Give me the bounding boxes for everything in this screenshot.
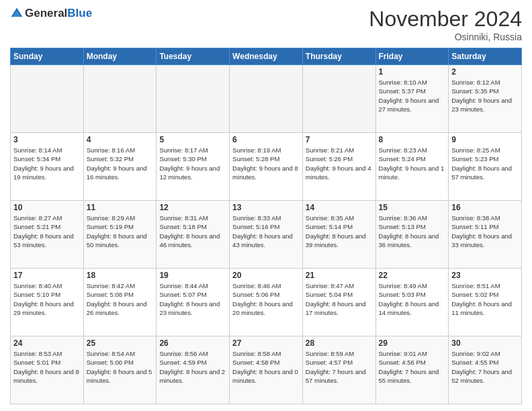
day-info: Sunrise: 8:17 AM Sunset: 5:30 PM Dayligh… — [159, 146, 226, 181]
day-number: 5 — [159, 135, 226, 144]
day-info: Sunrise: 8:21 AM Sunset: 5:26 PM Dayligh… — [306, 146, 373, 181]
logo-icon — [10, 7, 24, 20]
day-number: 15 — [379, 203, 446, 212]
logo: General Blue — [10, 7, 92, 20]
calendar-cell: 14Sunrise: 8:35 AM Sunset: 5:14 PM Dayli… — [302, 201, 375, 269]
month-title: November 2024 — [369, 7, 522, 32]
day-number: 23 — [451, 271, 519, 280]
calendar-cell: 2Sunrise: 8:12 AM Sunset: 5:35 PM Daylig… — [449, 65, 522, 133]
calendar-header: SundayMondayTuesdayWednesdayThursdayFrid… — [11, 48, 522, 65]
calendar-cell: 3Sunrise: 8:14 AM Sunset: 5:34 PM Daylig… — [11, 133, 84, 201]
day-info: Sunrise: 8:42 AM Sunset: 5:08 PM Dayligh… — [87, 281, 154, 317]
day-info: Sunrise: 8:49 AM Sunset: 5:03 PM Dayligh… — [379, 281, 446, 317]
weekday-thursday: Thursday — [302, 48, 375, 65]
weekday-tuesday: Tuesday — [157, 48, 230, 65]
day-info: Sunrise: 8:44 AM Sunset: 5:07 PM Dayligh… — [159, 281, 226, 317]
calendar-cell: 25Sunrise: 8:54 AM Sunset: 5:00 PM Dayli… — [83, 336, 157, 404]
day-number: 22 — [379, 271, 446, 280]
day-info: Sunrise: 8:58 AM Sunset: 4:58 PM Dayligh… — [232, 349, 300, 385]
page: General Blue November 2024 Osinniki, Rus… — [0, 0, 532, 411]
calendar-cell: 21Sunrise: 8:47 AM Sunset: 5:04 PM Dayli… — [302, 269, 375, 336]
day-number: 21 — [306, 271, 373, 280]
week-row-2: 3Sunrise: 8:14 AM Sunset: 5:34 PM Daylig… — [11, 133, 522, 201]
day-info: Sunrise: 8:19 AM Sunset: 5:28 PM Dayligh… — [232, 146, 300, 181]
title-block: November 2024 Osinniki, Russia — [369, 7, 522, 42]
calendar-cell: 20Sunrise: 8:46 AM Sunset: 5:06 PM Dayli… — [230, 269, 303, 336]
day-number: 24 — [13, 338, 81, 348]
weekday-header-row: SundayMondayTuesdayWednesdayThursdayFrid… — [11, 48, 522, 65]
calendar-cell: 10Sunrise: 8:27 AM Sunset: 5:21 PM Dayli… — [11, 201, 84, 269]
day-number: 29 — [379, 338, 446, 348]
calendar-cell — [230, 65, 303, 133]
weekday-monday: Monday — [83, 48, 157, 65]
weekday-wednesday: Wednesday — [230, 48, 303, 65]
day-number: 11 — [87, 203, 154, 212]
day-number: 30 — [451, 338, 519, 348]
day-number: 12 — [159, 203, 226, 212]
day-number: 18 — [87, 271, 154, 280]
day-info: Sunrise: 8:53 AM Sunset: 5:01 PM Dayligh… — [13, 349, 81, 385]
day-number: 9 — [451, 135, 519, 144]
day-number: 27 — [232, 338, 300, 348]
calendar-cell: 29Sunrise: 9:01 AM Sunset: 4:56 PM Dayli… — [375, 336, 449, 404]
calendar-cell: 6Sunrise: 8:19 AM Sunset: 5:28 PM Daylig… — [230, 133, 303, 201]
day-info: Sunrise: 8:25 AM Sunset: 5:23 PM Dayligh… — [451, 146, 519, 181]
logo-general: General — [25, 7, 67, 20]
day-number: 19 — [159, 271, 226, 280]
day-info: Sunrise: 8:23 AM Sunset: 5:24 PM Dayligh… — [379, 146, 446, 181]
calendar-cell: 22Sunrise: 8:49 AM Sunset: 5:03 PM Dayli… — [375, 269, 449, 336]
day-info: Sunrise: 8:47 AM Sunset: 5:04 PM Dayligh… — [306, 281, 373, 317]
calendar-cell — [83, 65, 157, 133]
day-info: Sunrise: 8:12 AM Sunset: 5:35 PM Dayligh… — [451, 78, 519, 113]
day-info: Sunrise: 8:35 AM Sunset: 5:14 PM Dayligh… — [306, 214, 373, 249]
day-number: 25 — [87, 338, 154, 348]
calendar-cell: 24Sunrise: 8:53 AM Sunset: 5:01 PM Dayli… — [11, 336, 84, 404]
calendar-cell: 9Sunrise: 8:25 AM Sunset: 5:23 PM Daylig… — [449, 133, 522, 201]
day-number: 16 — [451, 203, 519, 212]
week-row-1: 1Sunrise: 8:10 AM Sunset: 5:37 PM Daylig… — [11, 65, 522, 133]
calendar-cell: 8Sunrise: 8:23 AM Sunset: 5:24 PM Daylig… — [375, 133, 449, 201]
calendar-cell: 16Sunrise: 8:38 AM Sunset: 5:11 PM Dayli… — [449, 201, 522, 269]
day-number: 17 — [13, 271, 81, 280]
day-info: Sunrise: 9:01 AM Sunset: 4:56 PM Dayligh… — [379, 349, 446, 385]
calendar-cell — [11, 65, 84, 133]
calendar-cell: 18Sunrise: 8:42 AM Sunset: 5:08 PM Dayli… — [83, 269, 157, 336]
day-number: 28 — [306, 338, 373, 348]
day-info: Sunrise: 8:40 AM Sunset: 5:10 PM Dayligh… — [13, 281, 81, 317]
calendar-cell: 23Sunrise: 8:51 AM Sunset: 5:02 PM Dayli… — [449, 269, 522, 336]
day-number: 10 — [13, 203, 81, 212]
day-number: 7 — [306, 135, 373, 144]
calendar-cell: 5Sunrise: 8:17 AM Sunset: 5:30 PM Daylig… — [157, 133, 230, 201]
logo-text: General Blue — [25, 7, 92, 20]
day-number: 20 — [232, 271, 300, 280]
calendar-cell — [302, 65, 375, 133]
calendar-cell: 12Sunrise: 8:31 AM Sunset: 5:18 PM Dayli… — [157, 201, 230, 269]
calendar-cell: 30Sunrise: 9:02 AM Sunset: 4:55 PM Dayli… — [449, 336, 522, 404]
day-info: Sunrise: 8:14 AM Sunset: 5:34 PM Dayligh… — [13, 146, 81, 181]
day-number: 26 — [159, 338, 226, 348]
day-number: 14 — [306, 203, 373, 212]
day-number: 3 — [13, 135, 81, 144]
day-info: Sunrise: 8:36 AM Sunset: 5:13 PM Dayligh… — [379, 214, 446, 249]
day-number: 2 — [451, 67, 519, 77]
day-number: 4 — [87, 135, 154, 144]
calendar-cell: 7Sunrise: 8:21 AM Sunset: 5:26 PM Daylig… — [302, 133, 375, 201]
day-info: Sunrise: 8:10 AM Sunset: 5:37 PM Dayligh… — [379, 78, 446, 113]
calendar-cell: 27Sunrise: 8:58 AM Sunset: 4:58 PM Dayli… — [230, 336, 303, 404]
week-row-3: 10Sunrise: 8:27 AM Sunset: 5:21 PM Dayli… — [11, 201, 522, 269]
day-number: 1 — [379, 67, 446, 77]
calendar-cell: 1Sunrise: 8:10 AM Sunset: 5:37 PM Daylig… — [375, 65, 449, 133]
day-info: Sunrise: 9:02 AM Sunset: 4:55 PM Dayligh… — [451, 349, 519, 385]
calendar-cell: 4Sunrise: 8:16 AM Sunset: 5:32 PM Daylig… — [83, 133, 157, 201]
day-info: Sunrise: 8:59 AM Sunset: 4:57 PM Dayligh… — [306, 349, 373, 385]
weekday-friday: Friday — [375, 48, 449, 65]
weekday-saturday: Saturday — [449, 48, 522, 65]
calendar-cell — [157, 65, 230, 133]
week-row-5: 24Sunrise: 8:53 AM Sunset: 5:01 PM Dayli… — [11, 336, 522, 404]
day-number: 8 — [379, 135, 446, 144]
weekday-sunday: Sunday — [11, 48, 84, 65]
location: Osinniki, Russia — [369, 32, 522, 42]
day-info: Sunrise: 8:16 AM Sunset: 5:32 PM Dayligh… — [87, 146, 154, 181]
day-info: Sunrise: 8:33 AM Sunset: 5:16 PM Dayligh… — [232, 214, 300, 249]
calendar-cell: 26Sunrise: 8:56 AM Sunset: 4:59 PM Dayli… — [157, 336, 230, 404]
